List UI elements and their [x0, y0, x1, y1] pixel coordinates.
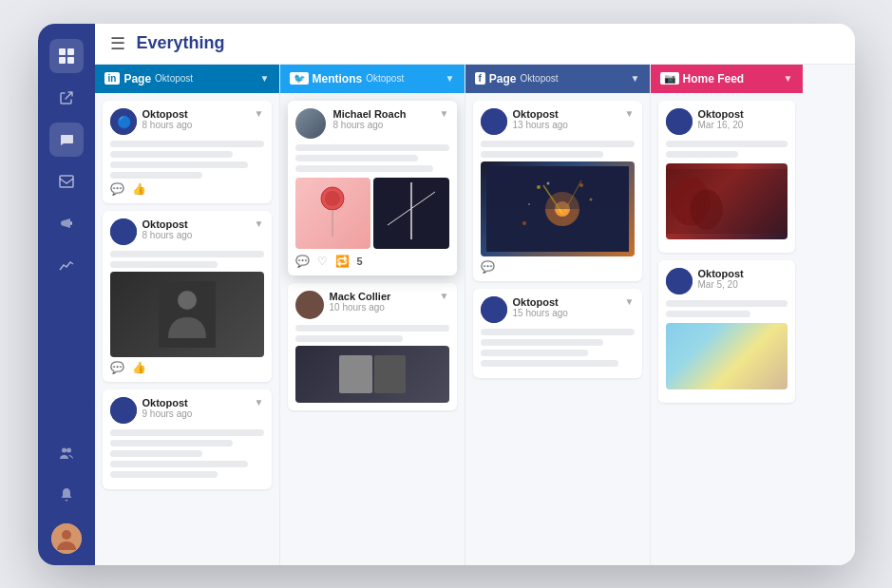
post-avatar — [666, 108, 693, 135]
post-expand-icon[interactable]: ▼ — [255, 397, 264, 408]
retweet-icon[interactable]: 🔁 — [335, 255, 350, 268]
svg-rect-23 — [374, 355, 406, 393]
instagram-column: 📷 Home Feed ▼ Oktopost Mar 16, 2 — [651, 65, 803, 565]
svg-rect-2 — [59, 57, 66, 64]
facebook-page-name: Oktopost — [521, 73, 559, 84]
post-image-frame — [295, 346, 449, 403]
post-image-lollipop — [295, 178, 371, 249]
skel-line — [481, 339, 604, 346]
comment-icon[interactable]: 💬 — [481, 260, 495, 274]
twitter-column-body: Michael Roach 8 hours ago ▼ — [280, 93, 465, 565]
menu-icon[interactable]: ☰ — [110, 33, 125, 54]
facebook-column: f Page Oktopost ▼ Oktopost — [465, 65, 651, 565]
page-title: Everything — [137, 33, 225, 53]
post-meta: Oktopost 8 hours ago — [142, 108, 251, 130]
skel-line — [110, 471, 218, 478]
linkedin-type-label: Page — [123, 72, 151, 85]
post-author: Oktopost — [513, 108, 621, 120]
post-expand-icon[interactable]: ▼ — [625, 108, 635, 119]
post-time: 8 hours ago — [333, 120, 436, 130]
post-header: 🔵 Oktopost 8 hours ago ▼ — [110, 108, 264, 135]
post-meta: Oktopost Mar 5, 20 — [698, 268, 788, 290]
sidebar-item-notifications[interactable] — [49, 478, 84, 512]
mack-avatar — [295, 291, 324, 319]
svg-rect-0 — [59, 48, 66, 55]
post-time: 13 hours ago — [513, 120, 621, 130]
linkedin-column-header[interactable]: in Page Oktopost ▼ — [95, 65, 279, 93]
instagram-column-header[interactable]: 📷 Home Feed ▼ — [651, 65, 803, 93]
post-author: Michael Roach — [333, 108, 436, 120]
svg-point-38 — [481, 296, 507, 323]
facebook-post-2: Oktopost 15 hours ago ▼ — [473, 289, 642, 378]
like-icon[interactable]: 👍 — [132, 361, 146, 374]
sidebar-item-grid[interactable] — [49, 39, 84, 73]
post-author: Oktopost — [513, 296, 621, 308]
linkedin-post-2: Oktopost 8 hours ago ▼ — [103, 211, 272, 382]
sidebar-item-engage[interactable] — [49, 123, 84, 157]
post-header: Oktopost Mar 16, 20 — [666, 108, 788, 135]
skel-line — [481, 360, 619, 367]
svg-rect-37 — [486, 166, 629, 209]
comment-icon[interactable]: 💬 — [110, 361, 124, 374]
svg-point-9 — [62, 530, 71, 540]
comment-icon[interactable]: 💬 — [110, 182, 124, 196]
post-avatar — [481, 108, 507, 135]
post-image-person — [110, 272, 264, 357]
sidebar-item-campaigns[interactable] — [49, 206, 84, 240]
skel-line — [666, 311, 751, 317]
post-time: 15 hours ago — [513, 308, 621, 318]
twitter-page-name: Oktopost — [366, 73, 404, 84]
sidebar-item-analytics[interactable] — [49, 248, 84, 282]
user-avatar[interactable] — [51, 523, 82, 554]
post-meta: Michael Roach 8 hours ago — [333, 108, 436, 130]
post-image-wine — [666, 163, 788, 239]
sidebar-item-publish[interactable] — [49, 81, 84, 115]
post-expand-icon[interactable]: ▼ — [255, 218, 264, 229]
skel-line — [110, 450, 202, 457]
sidebar-item-team[interactable] — [49, 436, 84, 470]
sidebar-item-inbox[interactable] — [49, 164, 84, 199]
facebook-column-header[interactable]: f Page Oktopost ▼ — [465, 65, 650, 93]
svg-point-39 — [666, 108, 693, 135]
svg-rect-1 — [67, 48, 74, 55]
svg-rect-22 — [339, 355, 372, 393]
post-time: 9 hours ago — [142, 408, 251, 419]
post-avatar: 🔵 — [110, 108, 137, 135]
action-count: 5 — [357, 256, 363, 267]
skel-line — [110, 461, 249, 467]
post-header: Oktopost 13 hours ago ▼ — [481, 108, 635, 135]
skel-line — [481, 329, 635, 335]
post-expand-icon[interactable]: ▼ — [255, 108, 264, 119]
post-actions: 💬 👍 — [110, 361, 264, 374]
linkedin-page-name: Oktopost — [155, 73, 193, 84]
post-author: Mack Collier — [330, 291, 436, 302]
like-icon[interactable]: 👍 — [132, 182, 146, 196]
twitter-brand-label: 🐦 — [290, 72, 309, 85]
facebook-type-label: Page — [489, 72, 517, 85]
skel-line — [481, 141, 635, 147]
post-header: Michael Roach 8 hours ago ▼ — [295, 108, 449, 139]
linkedin-column-body: 🔵 Oktopost 8 hours ago ▼ — [95, 93, 279, 565]
post-author: Oktopost — [698, 108, 788, 120]
heart-icon[interactable]: ♡ — [317, 255, 328, 268]
instagram-type-label: Home Feed — [683, 72, 745, 85]
twitter-column-header[interactable]: 🐦 Mentions Oktopost ▼ — [280, 65, 465, 93]
skel-line — [110, 141, 264, 147]
linkedin-brand-label: in — [104, 72, 121, 85]
svg-rect-5 — [70, 221, 72, 225]
post-expand-icon[interactable]: ▼ — [440, 108, 449, 119]
svg-point-17 — [325, 191, 340, 206]
comment-icon[interactable]: 💬 — [295, 255, 310, 268]
post-time: Mar 5, 20 — [698, 279, 788, 290]
post-meta: Mack Collier 10 hours ago — [330, 291, 436, 313]
post-expand-icon[interactable]: ▼ — [625, 296, 635, 307]
instagram-post-2: Oktopost Mar 5, 20 — [658, 260, 795, 403]
post-header: Oktopost 15 hours ago ▼ — [481, 296, 635, 323]
skel-line — [481, 350, 588, 356]
linkedin-post-3: Oktopost 9 hours ago ▼ — [103, 389, 272, 489]
header: ☰ Everything — [95, 24, 855, 65]
post-expand-icon[interactable]: ▼ — [440, 291, 449, 301]
svg-point-12 — [110, 218, 137, 245]
skel-line — [110, 440, 234, 446]
facebook-column-body: Oktopost 13 hours ago ▼ — [465, 93, 650, 565]
